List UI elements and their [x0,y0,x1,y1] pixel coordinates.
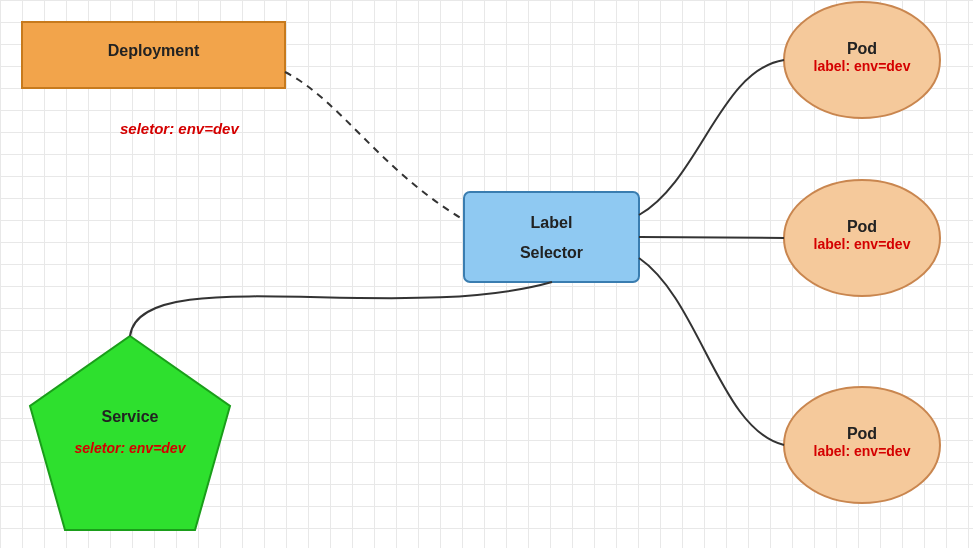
connector-service-selector [130,282,552,336]
connector-deployment-selector [285,72,464,220]
pod-title-2: Pod [784,218,940,236]
pod-label-1: Pod label: env=dev [784,40,940,74]
pod-sub-3: label: env=dev [784,443,940,459]
label-selector-line1: Label [464,208,639,238]
pod-sub-1: label: env=dev [784,58,940,74]
pod-label-3: Pod label: env=dev [784,425,940,459]
pod-sub-2: label: env=dev [784,236,940,252]
deployment-label: Deployment [22,42,285,60]
connector-selector-pod1 [639,60,784,215]
connector-selector-pod3 [639,258,784,445]
selector-annotation: seletor: env=dev [120,120,239,137]
pod-title-3: Pod [784,425,940,443]
connector-selector-pod2 [639,237,784,238]
deployment-title: Deployment [22,42,285,60]
diagram-canvas [0,0,973,548]
service-label: Service seletor: env=dev [30,408,230,456]
pod-title-1: Pod [784,40,940,58]
service-sub: seletor: env=dev [30,440,230,456]
pod-label-2: Pod label: env=dev [784,218,940,252]
service-title: Service [30,408,230,426]
label-selector-label: Label Selector [464,208,639,269]
label-selector-line2: Selector [464,238,639,268]
